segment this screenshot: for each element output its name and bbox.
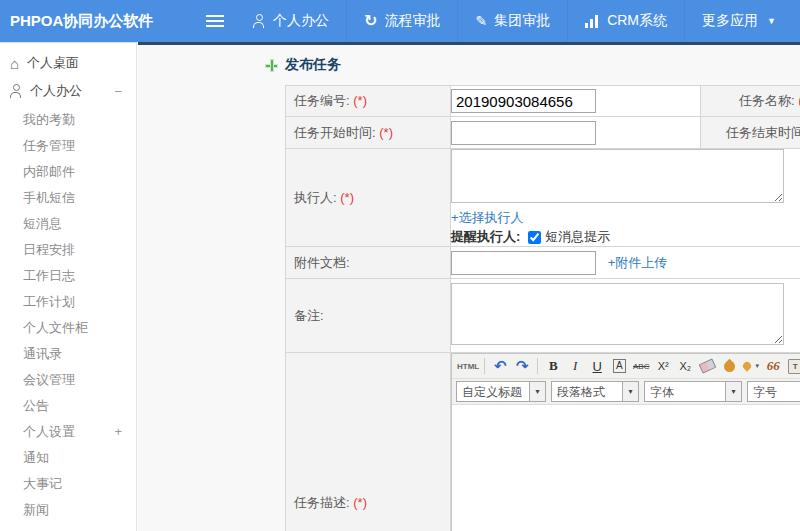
required-mark: (*) — [379, 125, 393, 140]
required-mark: (*) — [353, 495, 367, 510]
sidebar-item-events[interactable]: 大事记 — [0, 471, 136, 497]
field-label-remark: 备注: — [294, 308, 324, 323]
blockquote-button[interactable]: 66 — [763, 356, 783, 376]
emoticon-button[interactable]: ▾ — [741, 356, 761, 376]
sidebar-item-notice[interactable]: 通知 — [0, 445, 136, 471]
redo-button[interactable]: ↷ — [512, 356, 532, 376]
sidebar-item-label: 个人设置 — [23, 419, 75, 445]
sidebar-item-personal-office[interactable]: 个人办公 − — [0, 77, 136, 105]
sidebar-item-desktop[interactable]: ⌂ 个人桌面 — [0, 49, 136, 77]
sidebar-item-internal-mail[interactable]: 内部邮件 — [0, 159, 136, 185]
undo-button[interactable]: ↶ — [490, 356, 510, 376]
text-style-button[interactable]: A — [609, 356, 629, 376]
sidebar-item-task-management[interactable]: 任务管理 — [0, 133, 136, 159]
brush-icon — [721, 358, 737, 374]
upload-attachment-link[interactable]: +附件上传 — [608, 255, 668, 270]
nav-label: 个人办公 — [273, 12, 329, 30]
sidebar-item-work-log[interactable]: 工作日志 — [0, 263, 136, 289]
collapse-icon[interactable]: − — [114, 84, 122, 99]
remind-executor-label: 提醒执行人: — [451, 228, 520, 246]
sidebar: ⌂ 个人桌面 个人办公 − 我的考勤 任务管理 内部邮件 手机短信 短消息 日程… — [0, 42, 137, 531]
wand-icon — [742, 360, 753, 371]
superscript-button[interactable]: X² — [653, 356, 673, 376]
choose-executor-link[interactable]: +选择执行人 — [451, 210, 524, 225]
nav-crm-system[interactable]: CRM系统 — [567, 0, 684, 42]
custom-title-select[interactable]: 自定义标题 ▾ — [456, 381, 546, 402]
select-value: 段落格式 — [552, 382, 622, 401]
rich-text-editor: HTML ↶ ↷ B I U A ABC X² X₂ ▾ — [451, 353, 800, 531]
paste-template-button[interactable]: T — [785, 356, 800, 376]
editor-toolbar-row1: HTML ↶ ↷ B I U A ABC X² X₂ ▾ — [452, 354, 800, 379]
bold-button[interactable]: B — [543, 356, 563, 376]
task-form: 任务编号: (*) 任务名称: (*) 任务开始时间: (*) — [285, 85, 800, 531]
sidebar-item-label: 个人桌面 — [27, 54, 79, 72]
sidebar-item-mobile-sms[interactable]: 手机短信 — [0, 185, 136, 211]
nav-label: 流程审批 — [384, 12, 440, 30]
executor-textarea[interactable] — [451, 149, 784, 203]
hamburger-icon — [206, 20, 224, 22]
caret-down-icon: ▾ — [529, 382, 545, 401]
nav-group-approval[interactable]: ✎ 集团审批 — [457, 0, 567, 42]
nav-label: 集团审批 — [494, 12, 550, 30]
sidebar-item-short-message[interactable]: 短消息 — [0, 211, 136, 237]
text-style-label: A — [613, 359, 626, 373]
strikethrough-button[interactable]: ABC — [631, 356, 651, 376]
paragraph-format-select[interactable]: 段落格式 ▾ — [551, 381, 639, 402]
clipboard-icon: T — [788, 359, 800, 374]
start-time-input[interactable] — [451, 121, 596, 145]
menu-toggle-button[interactable] — [200, 6, 230, 36]
nav-label: CRM系统 — [607, 12, 667, 30]
field-label-task-name: 任务名称: — [739, 93, 795, 108]
sidebar-submenu: 我的考勤 任务管理 内部邮件 手机短信 短消息 日程安排 工作日志 工作计划 个… — [0, 107, 136, 523]
editor-content-area[interactable] — [452, 405, 800, 531]
format-painter-button[interactable] — [719, 356, 739, 376]
task-number-input[interactable] — [451, 89, 596, 113]
remove-format-button[interactable] — [697, 356, 717, 376]
sidebar-item-contacts[interactable]: 通讯录 — [0, 341, 136, 367]
select-value: 字号 — [748, 382, 800, 401]
sidebar-item-news[interactable]: 新闻 — [0, 497, 136, 523]
sidebar-item-work-plan[interactable]: 工作计划 — [0, 289, 136, 315]
expand-icon[interactable]: + — [114, 419, 122, 445]
sidebar-item-personal-settings[interactable]: 个人设置 + — [0, 419, 136, 445]
field-label-start-time: 任务开始时间: — [294, 125, 376, 140]
clipboard-letter: T — [793, 362, 798, 371]
editor-toolbar-row2: 自定义标题 ▾ 段落格式 ▾ 字体 ▾ 字号 ▾ — [452, 379, 800, 405]
caret-down-icon: ▾ — [755, 362, 759, 370]
field-label-end-time: 任务结束时间: — [726, 125, 800, 140]
sms-notify-checkbox[interactable] — [528, 231, 541, 244]
field-label-executor: 执行人: — [294, 190, 337, 205]
required-mark: (*) — [340, 190, 354, 205]
underline-button[interactable]: U — [587, 356, 607, 376]
page-title-bar: 发布任务 — [265, 45, 800, 85]
attachment-input[interactable] — [451, 251, 596, 275]
font-family-select[interactable]: 字体 ▾ — [644, 381, 742, 402]
sms-notify-label: 短消息提示 — [545, 228, 610, 246]
sidebar-item-file-cabinet[interactable]: 个人文件柜 — [0, 315, 136, 341]
eraser-icon — [698, 358, 716, 373]
app-logo: PHPOA协同办公软件 — [0, 12, 148, 31]
remark-textarea[interactable] — [451, 283, 784, 345]
page-title: 发布任务 — [285, 56, 341, 74]
nav-more-apps[interactable]: 更多应用 ▼ — [684, 0, 793, 42]
sidebar-item-announcement[interactable]: 公告 — [0, 393, 136, 419]
nav-personal-office[interactable]: 个人办公 — [236, 0, 346, 42]
user-icon — [253, 14, 266, 28]
top-navbar: PHPOA协同办公软件 个人办公 ↻ 流程审批 ✎ 集团审批 CRM系统 更多应… — [0, 0, 800, 42]
main-content: 发布任务 任务编号: (*) 任务名称: (*) 任务开始时间: (*) — [138, 42, 800, 531]
select-value: 自定义标题 — [457, 382, 529, 401]
subscript-button[interactable]: X₂ — [675, 356, 695, 376]
caret-down-icon: ▾ — [622, 382, 638, 401]
nav-process-approval[interactable]: ↻ 流程审批 — [346, 0, 457, 42]
font-size-select[interactable]: 字号 ▾ — [747, 381, 800, 402]
sidebar-item-attendance[interactable]: 我的考勤 — [0, 107, 136, 133]
edit-icon: ✎ — [475, 14, 487, 28]
italic-button[interactable]: I — [565, 356, 585, 376]
add-icon — [265, 59, 278, 72]
sidebar-item-meeting[interactable]: 会议管理 — [0, 367, 136, 393]
process-icon: ↻ — [364, 13, 377, 29]
sidebar-item-schedule[interactable]: 日程安排 — [0, 237, 136, 263]
html-source-button[interactable]: HTML — [457, 356, 479, 376]
user-icon — [10, 84, 23, 98]
main-nav: 个人办公 ↻ 流程审批 ✎ 集团审批 CRM系统 更多应用 ▼ — [236, 0, 793, 42]
